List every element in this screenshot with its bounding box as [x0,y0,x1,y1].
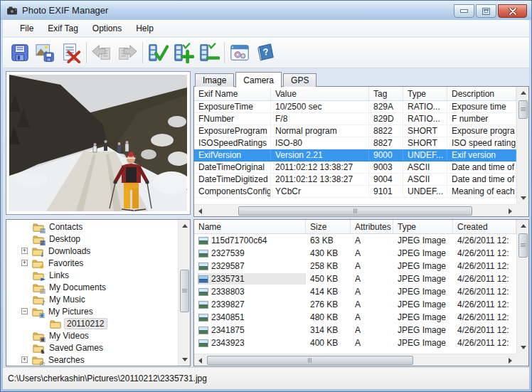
exif-cell: YCbCr [271,186,369,197]
column-header-type[interactable]: Type [403,87,447,100]
tree-item-searches[interactable]: +◎Searches [6,354,178,366]
scroll-down-button[interactable] [517,341,529,354]
menu-item-file[interactable]: File [13,21,41,36]
tree-item-desktop[interactable]: ▦Desktop [6,233,178,245]
title-bar[interactable]: Photo EXIF Manager [1,1,531,20]
tree-item-saved-games[interactable]: ♞Saved Games [6,341,178,354]
exif-row-exposureprogram[interactable]: ExposureProgramNormal program8822SHORTEx… [194,125,516,137]
menu-item-help[interactable]: Help [129,21,161,36]
exif-row-fnumber[interactable]: FNumberF/8829DRATIO...F number [194,113,516,125]
expand-icon[interactable]: + [21,260,28,266]
toolbar: ? [3,38,529,68]
exif-cell: Exposure progra [447,125,516,137]
menu-item-options[interactable]: Options [85,21,129,36]
files-horizontal-scrollbar[interactable] [194,354,516,366]
previous-image-icon [91,42,112,63]
image-file-icon [198,250,208,258]
exif-horizontal-scrollbar[interactable] [194,204,516,216]
column-header-type[interactable]: Type [393,220,453,233]
delete-exif-button[interactable] [58,39,84,66]
file-row-2329587[interactable]: 2329587258 KBAJPEG Image4/26/2011 12: [194,260,516,272]
file-row-2338803[interactable]: 2338803414 KBAJPEG Image4/26/2011 12: [194,285,516,298]
exif-row-isospeedratings[interactable]: ISOSpeedRatingsISO-808827SHORTISO speed … [194,137,516,149]
scroll-right-button[interactable] [504,354,516,366]
save-image-button[interactable] [33,39,58,66]
file-type-cell: JPEG Image [393,287,453,297]
exif-row-exposuretime[interactable]: ExposureTime10/2500 sec829ARATIO...Expos… [194,101,516,113]
exif-row-datetimeoriginal[interactable]: DateTimeOriginal2011:02:12 13:38:279003A… [194,161,516,174]
tree-item-20110212[interactable]: 20110212 [6,317,178,329]
file-row-2339827[interactable]: 2339827276 KBAJPEG Image4/26/2011 12: [194,298,516,311]
scrollbar-thumb[interactable] [518,100,528,119]
file-name: 2338803 [211,287,245,297]
tab-strip: ImageCameraGPS [195,71,318,87]
scroll-down-button[interactable] [179,354,191,366]
tree-item-favorites[interactable]: +★Favorites [6,257,178,269]
menu-item-exif-tag[interactable]: Exif Tag [41,21,85,36]
column-header-description[interactable]: Description [447,87,516,100]
scroll-down-button[interactable] [517,192,529,204]
scroll-right-button[interactable] [504,205,516,217]
scrollbar-thumb[interactable] [518,233,528,258]
tree-item-links[interactable]: ►Links [6,269,178,281]
expand-icon[interactable]: + [21,248,28,254]
remove-tag-button[interactable] [196,39,222,66]
exif-row-exifversion[interactable]: ExifVersionVersion 2.219000UNDEF...Exif … [194,149,516,161]
image-file-icon [198,314,208,322]
file-row-115d71700c64[interactable]: 115d71700c6463 KBAJPEG Image4/26/2011 12… [194,234,516,247]
scrollbar-thumb[interactable] [238,206,472,216]
next-image-button[interactable] [115,39,140,66]
file-row-2327539[interactable]: 2327539430 KBAJPEG Image4/26/2011 12: [194,247,516,260]
column-header-attributes[interactable]: Attributes [351,220,393,233]
apply-tags-button[interactable] [145,39,171,66]
tab-image[interactable]: Image [195,73,234,87]
tab-camera[interactable]: Camera [235,72,282,88]
column-header-created[interactable]: Created [453,220,516,233]
expand-icon[interactable]: + [21,356,28,363]
file-created-cell: 4/26/2011 12: [453,338,516,348]
file-row-2335731[interactable]: 2335731450 KBAJPEG Image4/26/2011 12: [194,272,516,285]
tree-item-downloads[interactable]: +↓Downloads [6,245,178,257]
column-header-exif-name[interactable]: Exif Name [194,87,271,100]
options-button[interactable] [227,39,252,66]
file-attributes-cell: A [351,235,393,245]
save-button[interactable] [7,39,33,66]
files-vertical-scrollbar[interactable] [516,220,528,354]
tree-item-my-documents[interactable]: ▤My Documents [6,281,178,293]
file-created-cell: 4/26/2011 12: [453,312,516,322]
tree-item-label: My Pictures [46,307,95,317]
exif-row-componentsconfig[interactable]: ComponentsConfig...YCbCr9101UNDEF...Mean… [194,186,516,198]
scrollbar-thumb[interactable] [207,356,413,365]
desktop-folder-icon: ▦ [33,234,44,244]
scroll-up-button[interactable] [517,220,529,232]
scrollbar-thumb[interactable] [180,270,189,312]
column-header-tag[interactable]: Tag [369,87,403,100]
maximize-button[interactable] [476,4,496,18]
add-tag-button[interactable] [171,39,196,66]
tree-item-my-music[interactable]: ♪My Music [6,293,178,305]
minimize-button[interactable] [454,4,474,18]
close-button[interactable] [498,4,527,18]
file-row-2341875[interactable]: 2341875314 KBAJPEG Image4/26/2011 12: [194,324,516,337]
column-header-name[interactable]: Name [194,220,306,233]
save-image-icon [35,42,56,63]
tree-item-my-pictures[interactable]: −▣My Pictures [6,305,178,317]
tree-vertical-scrollbar[interactable] [178,220,190,366]
file-row-2343923[interactable]: 2343923400 KBAJPEG Image4/26/2011 12: [194,337,516,349]
scroll-left-button[interactable] [194,354,206,366]
scroll-up-button[interactable] [517,87,529,99]
tab-gps[interactable]: GPS [283,73,316,87]
tree-item-contacts[interactable]: ▤Contacts [6,221,178,233]
file-row-2340851[interactable]: 2340851480 KBAJPEG Image4/26/2011 12: [194,311,516,324]
scroll-left-button[interactable] [194,205,206,217]
tree-item-my-videos[interactable]: ▣My Videos [6,329,178,341]
column-header-size[interactable]: Size [306,220,351,233]
help-button[interactable]: ? [252,39,278,66]
collapse-icon[interactable]: − [21,308,28,314]
exif-row-datetimedigitized[interactable]: DateTimeDigitized2011:02:12 13:38:279004… [194,174,516,186]
file-name-cell: 2338803 [194,286,306,297]
scroll-up-button[interactable] [179,220,191,232]
column-header-value[interactable]: Value [271,87,369,100]
previous-image-button[interactable] [89,39,115,66]
exif-vertical-scrollbar[interactable] [516,87,528,204]
